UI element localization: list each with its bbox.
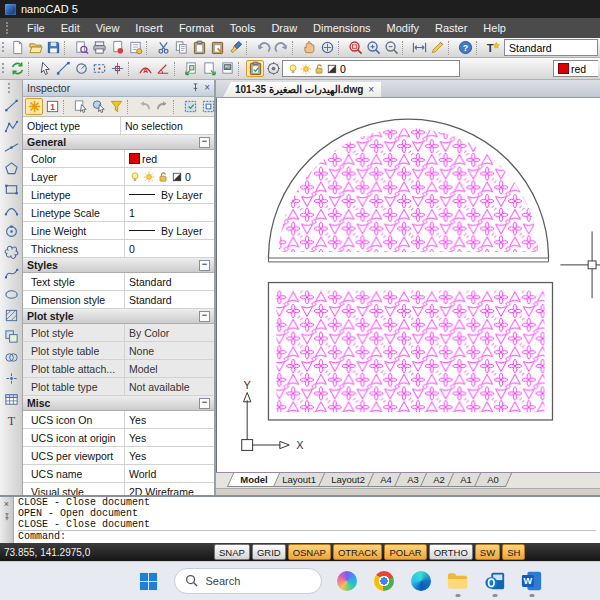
section-header-plot-style[interactable]: Plot style− (23, 309, 214, 324)
insert-xref-icon[interactable] (200, 60, 218, 77)
clipboard-active-icon[interactable] (246, 60, 264, 77)
outlook-icon[interactable] (483, 569, 507, 593)
word-icon[interactable]: W (520, 569, 544, 593)
page-setup-icon[interactable] (126, 39, 144, 56)
region-icon[interactable] (1, 326, 21, 347)
property-row-line-weight[interactable]: Line WeightBy Layer (23, 222, 214, 240)
object-type-row[interactable]: Object type No selection (23, 117, 214, 135)
menu-modify[interactable]: Modify (379, 20, 427, 36)
taskbar-search-input[interactable]: Search (174, 568, 322, 594)
select-indicator-icon[interactable] (25, 98, 43, 115)
redo-icon[interactable] (272, 39, 290, 56)
inspector-close-icon[interactable]: × (204, 83, 210, 93)
property-row-layer[interactable]: Layer0 (23, 168, 214, 186)
property-row-text-style[interactable]: Text styleStandard (23, 273, 214, 291)
select-add-icon[interactable] (89, 98, 107, 115)
layout-tab-a0[interactable]: A0 (473, 473, 511, 487)
property-row-plot-style[interactable]: Plot styleBy Color (23, 324, 214, 342)
revision-cloud-icon[interactable] (1, 242, 21, 263)
menu-help[interactable]: Help (475, 20, 514, 36)
zoom-out-icon[interactable] (382, 39, 400, 56)
region-combine-icon[interactable] (1, 347, 21, 368)
copy-icon[interactable] (172, 39, 190, 56)
toggle-polar[interactable]: POLAR (384, 544, 426, 560)
text-icon[interactable]: T (1, 410, 21, 431)
property-row-plot-table-type[interactable]: Plot table typeNot available (23, 378, 214, 396)
text-style-combo[interactable]: Standard (504, 39, 598, 56)
toggle-otrack[interactable]: OTRACK (333, 544, 383, 560)
copy-properties-back-icon[interactable] (135, 98, 153, 115)
paste-special-icon[interactable] (208, 39, 226, 56)
edit-icon[interactable] (428, 39, 446, 56)
toggle-ortho[interactable]: ORTHO (429, 544, 473, 560)
property-row-thickness[interactable]: Thickness0 (23, 240, 214, 258)
menu-format[interactable]: Format (171, 20, 222, 36)
zoom-realtime-icon[interactable] (318, 39, 336, 56)
section-header-general[interactable]: General− (23, 135, 214, 150)
menu-dimensions[interactable]: Dimensions (305, 20, 378, 36)
fit-icon[interactable] (410, 39, 428, 56)
toggle-grid[interactable]: GRID (252, 544, 286, 560)
property-row-dimension-style[interactable]: Dimension styleStandard (23, 291, 214, 309)
insert-raster-icon[interactable] (218, 60, 236, 77)
point-icon[interactable] (1, 368, 21, 389)
filter-icon[interactable] (107, 98, 125, 115)
collapse-icon[interactable]: − (199, 260, 210, 271)
section-header-styles[interactable]: Styles− (23, 258, 214, 273)
copilot-icon[interactable] (335, 569, 359, 593)
toggle-snap[interactable]: SNAP (214, 544, 250, 560)
windows-start-icon[interactable] (137, 569, 161, 593)
toggle-sh[interactable]: SH (502, 544, 525, 560)
zoom-in-icon[interactable] (364, 39, 382, 56)
pin-icon[interactable] (191, 82, 200, 94)
property-row-visual-style[interactable]: Visual style2D Wireframe (23, 483, 214, 495)
new-file-icon[interactable] (8, 39, 26, 56)
hatch-icon[interactable] (1, 305, 21, 326)
select-new-icon[interactable] (71, 98, 89, 115)
collapse-icon[interactable]: − (199, 137, 210, 148)
drawing-canvas[interactable]: Y X (216, 98, 600, 472)
text-style-icon[interactable]: T (484, 39, 502, 56)
arc-icon[interactable] (1, 200, 21, 221)
menu-file[interactable]: File (19, 20, 53, 36)
property-row-ucs-icon-on[interactable]: UCS icon OnYes (23, 411, 214, 429)
help-icon[interactable]: ? (456, 39, 474, 56)
select-icon[interactable] (36, 60, 54, 77)
property-row-ucs-icon-at-origin[interactable]: UCS icon at originYes (23, 429, 214, 447)
property-row-ucs-name[interactable]: UCS nameWorld (23, 465, 214, 483)
color-combo[interactable]: red (553, 60, 598, 77)
menu-raster[interactable]: Raster (427, 20, 475, 36)
menu-insert[interactable]: Insert (127, 20, 171, 36)
spline-icon[interactable] (1, 263, 21, 284)
polyline-icon[interactable] (1, 116, 21, 137)
table-icon[interactable] (1, 389, 21, 410)
single-selection-icon[interactable]: 1 (43, 98, 61, 115)
rectangle-icon[interactable] (1, 179, 21, 200)
measure-circle-icon[interactable] (72, 60, 90, 77)
format-painter-icon[interactable] (226, 39, 244, 56)
measure-rect-icon[interactable] (90, 60, 108, 77)
view-settings-icon[interactable] (264, 60, 282, 77)
document-tab[interactable]: 101-35 الهيدرات الصغيرة.dwg × (223, 82, 381, 97)
zoom-window-icon[interactable] (346, 39, 364, 56)
circle-icon[interactable] (1, 221, 21, 242)
dim-angle-icon[interactable] (154, 60, 172, 77)
construction-line-icon[interactable] (1, 137, 21, 158)
layer-combo[interactable]: 0 (282, 60, 460, 77)
property-row-linetype[interactable]: LinetypeBy Layer (23, 186, 214, 204)
quick-select-icon[interactable] (181, 98, 199, 115)
measure-point-icon[interactable] (108, 60, 126, 77)
toggle-sw[interactable]: SW (475, 544, 500, 560)
measure-distance-icon[interactable] (54, 60, 72, 77)
menu-tools[interactable]: Tools (222, 20, 264, 36)
undo-icon[interactable] (254, 39, 272, 56)
document-tab-close-icon[interactable]: × (368, 84, 374, 95)
dim-arc-icon[interactable]: A (136, 60, 154, 77)
plot-preview-icon[interactable] (72, 39, 90, 56)
property-row-ucs-per-viewport[interactable]: UCS per viewportYes (23, 447, 214, 465)
menu-draw[interactable]: Draw (263, 20, 305, 36)
collapse-icon[interactable]: − (199, 311, 210, 322)
publish-icon[interactable] (108, 39, 126, 56)
select-window-icon[interactable] (199, 98, 217, 115)
edge-icon[interactable] (409, 569, 433, 593)
